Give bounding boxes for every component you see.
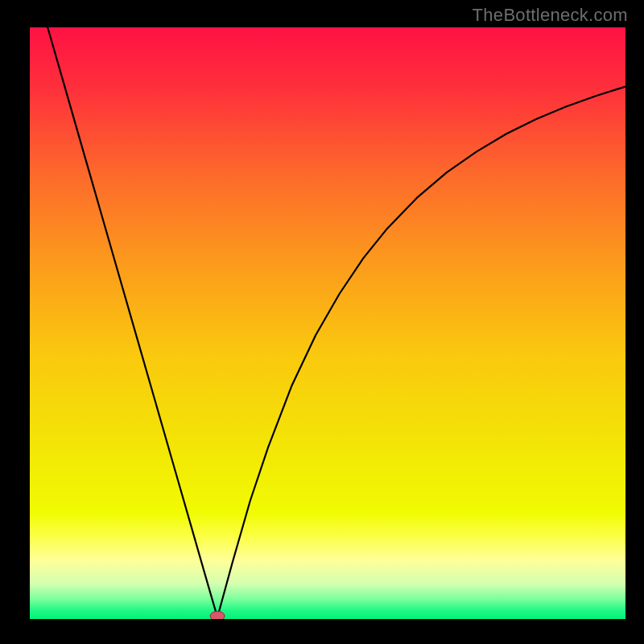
chart-svg: [30, 27, 625, 619]
chart-canvas: TheBottleneck.com: [0, 0, 644, 644]
gradient-background: [30, 27, 625, 619]
minimum-marker: [210, 611, 225, 619]
watermark-label: TheBottleneck.com: [473, 5, 628, 26]
plot-area: [30, 27, 625, 619]
